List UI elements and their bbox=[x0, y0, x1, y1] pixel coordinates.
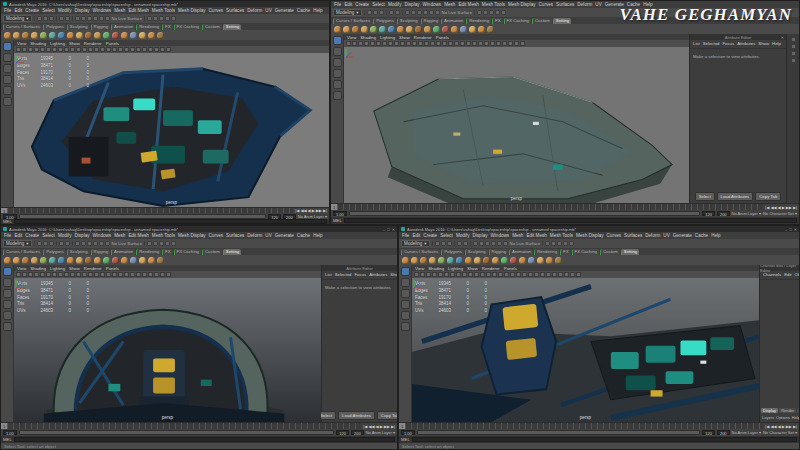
viewport-toolbar-icon[interactable] bbox=[58, 272, 63, 277]
shelf-icon[interactable] bbox=[76, 257, 83, 264]
history-icon[interactable] bbox=[457, 241, 462, 246]
menu-set-dropdown[interactable]: Modeling▾ bbox=[333, 9, 362, 16]
menu-item[interactable]: File bbox=[402, 233, 409, 238]
viewport-toolbar-icon[interactable] bbox=[502, 41, 507, 46]
viewport-toolbar-icon[interactable] bbox=[454, 41, 459, 46]
render-icon[interactable] bbox=[569, 241, 574, 246]
paint-select-tool-icon[interactable] bbox=[333, 58, 342, 67]
viewport-toolbar-icon[interactable] bbox=[142, 47, 147, 52]
anim-layer-dropdown[interactable]: No Anim Layer ▾ bbox=[732, 211, 761, 216]
attribute-editor-button[interactable]: Load Attributes bbox=[338, 411, 375, 420]
mel-label[interactable]: MEL bbox=[3, 437, 12, 442]
shelf-icon[interactable] bbox=[157, 257, 164, 264]
render-icon[interactable] bbox=[159, 16, 164, 21]
menu-item[interactable]: Deform bbox=[645, 233, 660, 238]
menu-item[interactable]: Mesh Tools bbox=[152, 233, 175, 238]
window-button[interactable]: – bbox=[785, 227, 787, 232]
viewport-toolbar-icon[interactable] bbox=[432, 272, 437, 277]
shelf-icon[interactable] bbox=[352, 26, 359, 33]
window-button[interactable]: – bbox=[383, 227, 385, 232]
viewport-toolbar-icon[interactable] bbox=[484, 41, 489, 46]
panel-menu-item[interactable]: Lighting bbox=[448, 266, 463, 271]
shelf-icon[interactable] bbox=[334, 26, 341, 33]
viewport-toolbar-icon[interactable] bbox=[112, 272, 117, 277]
menu-item[interactable]: Deform bbox=[247, 233, 262, 238]
shelf-icon[interactable] bbox=[451, 26, 458, 33]
history-icon[interactable] bbox=[463, 241, 468, 246]
viewport-toolbar-icon[interactable] bbox=[436, 41, 441, 46]
range-slider[interactable]: 1.00 120 200 No Anim Layer ▾ No Characte… bbox=[331, 210, 799, 217]
viewport-toolbar-icon[interactable] bbox=[534, 272, 539, 277]
snap-icon[interactable] bbox=[497, 241, 502, 246]
viewport-toolbar-icon[interactable] bbox=[528, 272, 533, 277]
viewport-toolbar-icon[interactable] bbox=[450, 272, 455, 277]
menu-item[interactable]: Cache bbox=[297, 8, 310, 13]
command-input[interactable] bbox=[412, 437, 797, 442]
menu-item[interactable]: Select bbox=[372, 2, 385, 7]
paint-select-tool-icon[interactable] bbox=[3, 289, 12, 298]
viewport-toolbar-icon[interactable] bbox=[70, 47, 75, 52]
sidebar-panel-icon[interactable] bbox=[791, 37, 796, 42]
shelf-icon[interactable] bbox=[148, 32, 155, 39]
panel-menu-item[interactable]: Shading bbox=[360, 35, 376, 40]
menu-item[interactable]: Modify bbox=[456, 233, 470, 238]
menu-item[interactable]: Windows bbox=[491, 233, 510, 238]
viewport-toolbar-icon[interactable] bbox=[136, 272, 141, 277]
file-op-icon[interactable] bbox=[441, 241, 446, 246]
menu-item[interactable]: Modify bbox=[388, 2, 402, 7]
shelf-icon[interactable] bbox=[483, 257, 490, 264]
attribute-editor-menu-item[interactable]: Help bbox=[772, 41, 781, 46]
scale-tool-icon[interactable] bbox=[3, 322, 12, 331]
viewport-toolbar-icon[interactable] bbox=[52, 272, 57, 277]
move-tool-icon[interactable] bbox=[3, 75, 12, 84]
viewport-toolbar-icon[interactable] bbox=[388, 41, 393, 46]
menu-item[interactable]: UV bbox=[595, 2, 601, 7]
menu-item[interactable]: Surfaces bbox=[624, 233, 642, 238]
shelf-icon[interactable] bbox=[370, 26, 377, 33]
range-start-field[interactable]: 1.00 bbox=[3, 214, 17, 219]
snap-icon[interactable] bbox=[93, 16, 98, 21]
viewport-toolbar-icon[interactable] bbox=[40, 272, 45, 277]
history-icon[interactable] bbox=[59, 241, 64, 246]
playback-icon[interactable]: ▶ bbox=[782, 205, 785, 210]
panel-menu-item[interactable]: Renderer bbox=[414, 35, 432, 40]
mel-label[interactable]: MEL bbox=[401, 437, 410, 442]
menu-item[interactable]: Surfaces bbox=[226, 8, 244, 13]
viewport-toolbar-icon[interactable] bbox=[22, 47, 27, 52]
snap-icon[interactable] bbox=[105, 241, 110, 246]
shelf-icon[interactable] bbox=[13, 257, 20, 264]
viewport-toolbar-icon[interactable] bbox=[148, 272, 153, 277]
menu-item[interactable]: Edit Mesh bbox=[128, 233, 148, 238]
viewport-toolbar-icon[interactable] bbox=[418, 41, 423, 46]
playback-icon[interactable]: ▶▶ bbox=[786, 424, 792, 429]
menu-item[interactable]: File bbox=[334, 2, 341, 7]
shelf-icon[interactable] bbox=[510, 257, 517, 264]
command-input[interactable] bbox=[344, 218, 797, 223]
viewport-toolbar-icon[interactable] bbox=[154, 272, 159, 277]
menu-item[interactable]: Display bbox=[74, 8, 89, 13]
shelf-icon[interactable] bbox=[67, 257, 74, 264]
shelf-icon[interactable] bbox=[465, 257, 472, 264]
shelf-icon[interactable] bbox=[537, 257, 544, 264]
panel-menu-item[interactable]: Panels bbox=[106, 266, 119, 271]
viewport-toolbar-icon[interactable] bbox=[22, 272, 27, 277]
playback-icon[interactable]: ▶ bbox=[380, 424, 383, 429]
current-frame-marker[interactable]: 1 bbox=[399, 423, 405, 429]
shelf-icon[interactable] bbox=[85, 257, 92, 264]
panel-menu-item[interactable]: View bbox=[17, 266, 26, 271]
time-slider[interactable]: 1 |◀◀◀◀▶▶▶▶| bbox=[399, 422, 799, 429]
viewport-toolbar-icon[interactable] bbox=[46, 272, 51, 277]
menu-item[interactable]: Edit bbox=[14, 233, 22, 238]
attribute-editor-menu-item[interactable]: Focus bbox=[354, 272, 366, 277]
viewport-toolbar-icon[interactable] bbox=[520, 41, 525, 46]
menu-item[interactable]: Mesh bbox=[114, 8, 125, 13]
viewport-toolbar-icon[interactable] bbox=[82, 47, 87, 52]
menu-item[interactable]: Windows bbox=[93, 233, 112, 238]
select-tool-icon[interactable] bbox=[401, 267, 410, 276]
window-button[interactable]: ✕ bbox=[794, 227, 797, 232]
render-icon[interactable] bbox=[165, 16, 170, 21]
menu-item[interactable]: Curves bbox=[607, 233, 622, 238]
attribute-editor-button[interactable]: Load Attributes bbox=[717, 192, 754, 201]
snap-icon[interactable] bbox=[479, 241, 484, 246]
playback-icon[interactable]: ◀ bbox=[778, 205, 781, 210]
